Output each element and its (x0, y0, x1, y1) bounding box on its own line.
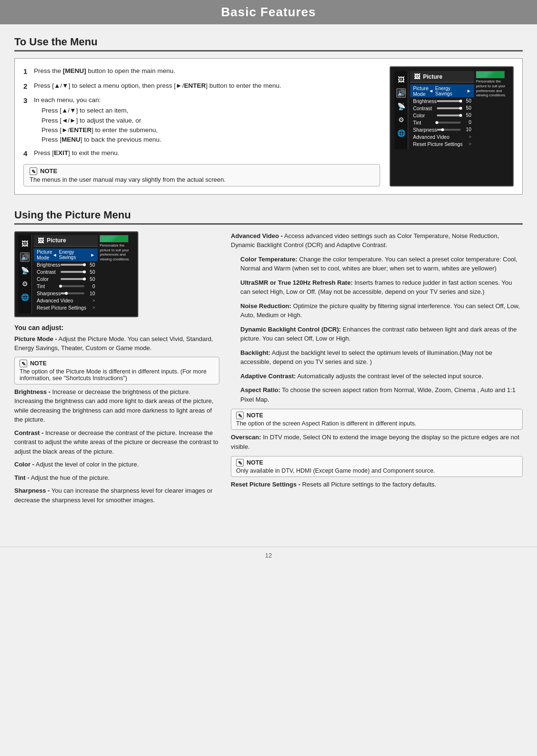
you-can-adjust-label: You can adjust: (14, 324, 219, 331)
note-ar-label: ✎ NOTE (236, 412, 517, 419)
small-tv-right-ti: 0 (61, 284, 95, 289)
small-tv-val-sh: 10 (86, 291, 95, 296)
tv-bar-contrast (437, 107, 461, 109)
adj-ac-term: Adaptive Contrast: (240, 373, 296, 380)
note-os-label: ✎ NOTE (236, 459, 517, 466)
small-tv-bar-br (61, 264, 84, 266)
adj-picture-mode: Picture Mode - Adjust the Picture Mode. … (14, 334, 219, 353)
note-pm-label-text: NOTE (30, 360, 47, 367)
adj-ti-term: Tint - (14, 474, 30, 481)
small-tv-label-pm: Picture Mode (37, 249, 52, 260)
tv-menu-items: Picture Mode ◄ Energy Savings ► Brightne… (410, 83, 474, 149)
adj-ar-term: Aspect Ratio: (240, 386, 280, 394)
step-num-4: 4 (23, 148, 31, 159)
small-tv-label-rst: Reset Picture Settings (37, 305, 93, 311)
adj-rs-desc: Resets all Picture settings to the facto… (302, 481, 436, 488)
small-tv-val-cl: 50 (86, 277, 95, 282)
tv-row-label-advvideo: Advanced Video (413, 134, 469, 140)
small-tv-row-color: Color 50 (34, 276, 98, 283)
tv-menu-row-color: Color 50 (410, 112, 474, 119)
tv-icon-globe: 🌐 (396, 128, 406, 138)
tv-menu-screenshot-1: 🖼 🔊 📡 ⚙ 🌐 🖼 Picture Picture Mode (390, 66, 514, 186)
page-title: Basic Features (0, 5, 537, 20)
tv-menu-row-reset: Reset Picture Settings > (410, 140, 474, 147)
small-tv-label-cl: Color (37, 276, 61, 282)
use-menu-steps: 1 Press the [MENU] button to open the ma… (23, 66, 380, 159)
small-tv-label-ti: Tint (37, 283, 61, 289)
adj-brightness: Brightness - Increase or decrease the br… (14, 387, 219, 425)
small-tv-row-sharpness: Sharpness 10 (34, 290, 98, 297)
small-tv-thumbnail-text: Personalize the picture to suit your pre… (100, 243, 134, 262)
adj-sh-term: Sharpness - (14, 487, 50, 494)
small-tv-right-cl: 50 (61, 277, 95, 282)
tv-row-right-picturemode: ◄ Energy Savings ► (429, 86, 472, 96)
tv-row-label-tint: Tint (413, 120, 437, 125)
step-num-2: 2 (23, 81, 31, 92)
tv-menu-row-sharpness: Sharpness 10 (410, 126, 474, 133)
adj-us-term: UltraSMR or True 120Hz Refresh Rate: (240, 279, 353, 286)
step-2: 2 Press [▲/▼] to select a menu option, t… (23, 81, 380, 92)
adj-av-term: Advanced Video - (231, 232, 283, 239)
page-footer: 12 (0, 547, 537, 564)
note-label: ✎ NOTE (30, 167, 374, 175)
small-tv-right-sh: 10 (61, 291, 95, 296)
tv-icon-audio: 🔊 (396, 88, 406, 98)
small-tv-right-br: 50 (61, 262, 95, 268)
small-tv-val-br: 50 (86, 262, 95, 268)
step-4: 4 Press [EXIT] to exit the menu. (23, 148, 380, 159)
tv-thumbnail (476, 71, 505, 78)
small-tv-icon-wireless: 📡 (20, 266, 30, 275)
tv-val-sharpness: 10 (463, 127, 471, 132)
small-tv-row-rst: Reset Picture Settings > (34, 304, 98, 311)
tv-val-color: 50 (463, 113, 471, 118)
small-tv-val-ti: 0 (86, 284, 95, 289)
tv-menu-row-picturemode: Picture Mode ◄ Energy Savings ► (410, 84, 474, 97)
adj-ultrasmr: UltraSMR or True 120Hz Refresh Rate: Ins… (240, 278, 523, 297)
step-sub: Press [▲/▼] to select an item, Press [◄/… (41, 106, 380, 145)
note-pm-label: ✎ NOTE (20, 360, 214, 367)
small-tv-bar-ti (61, 285, 84, 287)
tv-main-menu: 🖼 Picture Picture Mode ◄ Energy Savings … (410, 71, 474, 149)
adj-backlight: Backlight: Adjust the backlight level to… (240, 348, 523, 367)
small-tv-arrow-l: ◄ (52, 252, 57, 258)
note-text: The menus in the user manual may vary sl… (30, 176, 226, 183)
small-tv-menu: 🖼 🔊 📡 ⚙ 🌐 🖼 Picture Picture (14, 231, 138, 317)
tv-menu-row-tint: Tint 0 (410, 119, 474, 126)
page-header: Basic Features (0, 0, 537, 24)
left-column: 🖼 🔊 📡 ⚙ 🌐 🖼 Picture Picture (14, 231, 219, 509)
tv-arrow-reset: > (469, 142, 471, 146)
right-column: Advanced Video - Access advanced video s… (231, 231, 523, 509)
tv-row-label-contrast: Contrast (413, 105, 437, 111)
use-menu-box: 1 Press the [MENU] button to open the ma… (14, 58, 523, 195)
small-tv-row-contrast: Contrast 50 (34, 269, 98, 276)
tv-menu-header-text: Picture (423, 73, 443, 80)
note-overscan: ✎ NOTE Only available in DTV, HDMI (Exce… (231, 456, 523, 477)
adj-contrast: Contrast - Increase or decrease the cont… (14, 428, 219, 456)
adj-tint: Tint - Adjust the hue of the picture. (14, 473, 219, 483)
note-pm-icon: ✎ (20, 360, 27, 367)
tv-val-brightness: 50 (463, 98, 471, 104)
small-tv-sidebar: 🖼 🔊 📡 ⚙ 🌐 (18, 235, 32, 313)
tv-icon-settings: ⚙ (396, 115, 406, 124)
tv-bar-brightness (437, 100, 461, 102)
tv-val-tint: 0 (463, 120, 471, 125)
adj-br-term: Brightness - (14, 388, 51, 395)
small-tv-header: 🖼 Picture (34, 235, 98, 247)
small-tv-icon-audio: 🔊 (20, 252, 30, 262)
small-tv-icon-settings: ⚙ (20, 279, 30, 289)
adj-advvideo: Advanced Video - Access advanced video s… (231, 231, 523, 250)
small-tv-es: Energy Savings (59, 249, 89, 260)
note-icon: ✎ (30, 167, 37, 175)
page-body: To Use the Menu 1 Press the [MENU] butto… (0, 36, 537, 537)
small-tv-right-panel: Personalize the picture to suit your pre… (100, 235, 134, 313)
adj-reset: Reset Picture Settings - Resets all Pict… (231, 480, 523, 489)
adj-adaptive: Adaptive Contrast: Automatically adjusts… (240, 372, 523, 381)
adj-color: Color - Adjust the level of color in the… (14, 460, 219, 469)
small-tv-label-co: Contrast (37, 269, 61, 275)
note-ar-icon: ✎ (236, 412, 244, 419)
step-content-3: In each menu, you can: Press [▲/▼] to se… (34, 95, 380, 145)
note-label-text: NOTE (40, 167, 57, 175)
tv-arrow-right: ► (466, 88, 471, 93)
tv-bar-color (437, 114, 461, 116)
tv-arrow-left: ◄ (429, 88, 434, 93)
